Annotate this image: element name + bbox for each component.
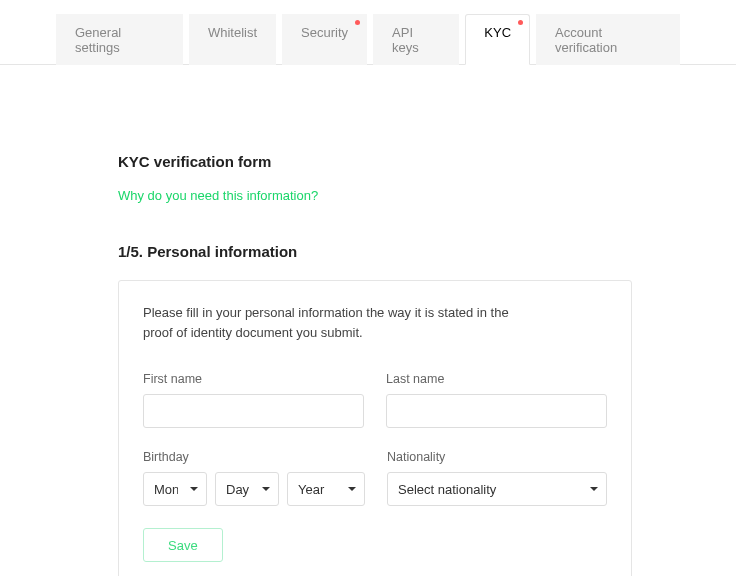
tab-account-verification[interactable]: Account verification (536, 14, 680, 65)
field-nationality: Nationality Select nationality (387, 450, 607, 506)
form-instruction: Please fill in your personal information… (143, 303, 513, 342)
field-birthday: Birthday Month Day (143, 450, 365, 506)
content: KYC verification form Why do you need th… (0, 65, 736, 576)
save-button[interactable]: Save (143, 528, 223, 562)
first-name-label: First name (143, 372, 364, 386)
nationality-select[interactable]: Select nationality (387, 472, 607, 506)
tab-general-settings[interactable]: General settings (56, 14, 183, 65)
tab-label: KYC (484, 25, 511, 40)
field-first-name: First name (143, 372, 364, 428)
first-name-input[interactable] (143, 394, 364, 428)
notification-dot-icon (355, 20, 360, 25)
tab-label: API keys (392, 25, 419, 55)
last-name-label: Last name (386, 372, 607, 386)
birthday-label: Birthday (143, 450, 365, 464)
section-title: 1/5. Personal information (118, 243, 676, 260)
page-title: KYC verification form (118, 153, 676, 170)
info-link[interactable]: Why do you need this information? (118, 188, 318, 203)
nationality-label: Nationality (387, 450, 607, 464)
form-card: Please fill in your personal information… (118, 280, 632, 576)
tab-kyc[interactable]: KYC (465, 14, 530, 65)
birthday-month-select[interactable]: Month (143, 472, 207, 506)
row-name: First name Last name (143, 372, 607, 428)
tab-security[interactable]: Security (282, 14, 367, 65)
tab-api-keys[interactable]: API keys (373, 14, 459, 65)
tab-label: Account verification (555, 25, 617, 55)
birthday-day-select[interactable]: Day (215, 472, 279, 506)
field-last-name: Last name (386, 372, 607, 428)
notification-dot-icon (518, 20, 523, 25)
tab-whitelist[interactable]: Whitelist (189, 14, 276, 65)
tab-label: Whitelist (208, 25, 257, 40)
last-name-input[interactable] (386, 394, 607, 428)
row-birthday-nationality: Birthday Month Day (143, 450, 607, 506)
tabs-bar: General settings Whitelist Security API … (0, 0, 736, 65)
birthday-selects: Month Day Year (143, 472, 365, 506)
tab-label: General settings (75, 25, 121, 55)
tab-label: Security (301, 25, 348, 40)
birthday-year-select[interactable]: Year (287, 472, 365, 506)
